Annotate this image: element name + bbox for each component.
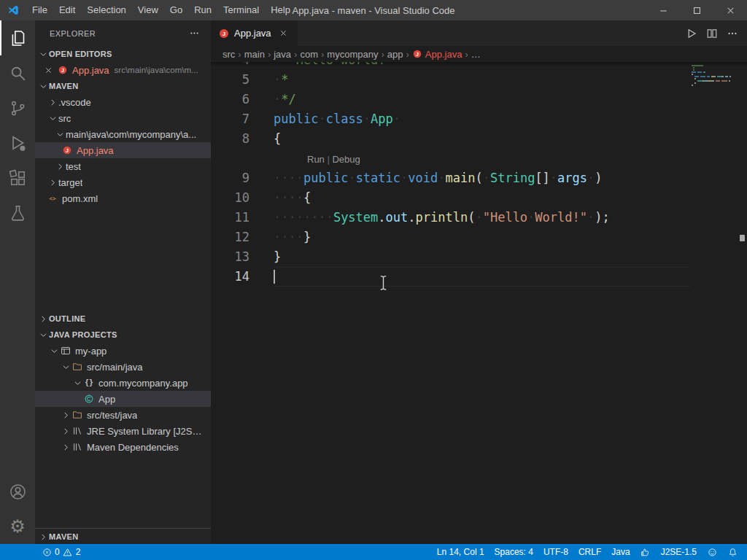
tree-item-maven-dependencies[interactable]: Maven Dependencies	[35, 439, 211, 455]
line-number[interactable]: 9	[211, 168, 249, 188]
section-rows: JApp.javasrc\main\java\com\m...	[35, 62, 211, 78]
tree-item-src-test-java[interactable]: src/test/java	[35, 407, 211, 423]
status-indentation[interactable]: Spaces: 4	[489, 544, 538, 560]
activity-search[interactable]	[0, 55, 35, 90]
split-editor-button[interactable]	[702, 20, 722, 46]
status-feedback[interactable]	[702, 544, 722, 560]
line-content[interactable]: * Hello world!	[274, 62, 690, 70]
line-number[interactable]: 12	[211, 228, 249, 247]
menu-run[interactable]: Run	[188, 0, 217, 20]
activity-explorer[interactable]	[0, 20, 35, 55]
breadcrumb-src[interactable]: src	[222, 49, 235, 60]
line-number[interactable]: 10	[211, 188, 249, 208]
breadcrumb-java[interactable]: java	[274, 49, 291, 60]
line-number[interactable]: 13	[211, 247, 249, 267]
menu-terminal[interactable]: Terminal	[217, 0, 265, 20]
tree-item-pom.xml[interactable]: <>pom.xml	[35, 190, 211, 206]
breadcrumb-app[interactable]: app	[387, 49, 403, 60]
code-token: ·	[393, 112, 400, 126]
section-header-outline[interactable]: OUTLINE	[35, 311, 211, 327]
status-cursor-position[interactable]: Ln 14, Col 1	[432, 544, 489, 560]
tree-item-test[interactable]: test	[35, 158, 211, 174]
chevron-down-icon	[37, 48, 49, 60]
close-button[interactable]	[713, 0, 747, 20]
line-content[interactable]: {	[274, 129, 690, 149]
breadcrumb-main[interactable]: main	[244, 49, 265, 60]
chevron-down-icon	[60, 361, 71, 373]
activity-extensions[interactable]	[0, 160, 35, 195]
status-notifications[interactable]	[722, 544, 743, 560]
code-editor[interactable]: 4 * Hello world!5·*6·*/7public·class·App…	[211, 62, 747, 544]
line-number[interactable]: 5	[211, 70, 249, 90]
close-editor-icon[interactable]	[42, 64, 54, 76]
menu-selection[interactable]: Selection	[81, 0, 131, 20]
status-encoding[interactable]: UTF-8	[538, 544, 573, 560]
line-content[interactable]: ·*	[274, 70, 690, 90]
activity-accounts[interactable]	[0, 474, 35, 509]
menu-help[interactable]: Help	[265, 0, 296, 20]
open-editor-app.java[interactable]: JApp.javasrc\main\java\com\m...	[35, 62, 211, 78]
tree-item-my-app[interactable]: my-app	[35, 343, 211, 359]
tree-item-app.java[interactable]: JApp.java	[35, 142, 211, 158]
status-problems[interactable]: 02	[36, 544, 85, 560]
views-and-more-actions[interactable]	[187, 27, 201, 40]
class-icon	[83, 393, 95, 405]
activity-run-and-debug[interactable]	[0, 125, 35, 160]
line-number[interactable]: 11	[211, 208, 249, 228]
menu-file[interactable]: File	[26, 0, 53, 20]
minimize-button[interactable]	[646, 0, 680, 20]
item-label: src/test/java	[87, 410, 137, 421]
menu-view[interactable]: View	[132, 0, 164, 20]
tree-item-com.mycompany.app[interactable]: {}com.mycompany.app	[35, 375, 211, 391]
menu-edit[interactable]: Edit	[53, 0, 81, 20]
status-end-of-line[interactable]: CRLF	[573, 544, 606, 560]
line-content[interactable]: public·class·App·	[274, 109, 690, 129]
breadcrumb-com[interactable]: com	[300, 49, 318, 60]
menu-go[interactable]: Go	[164, 0, 188, 20]
close-tab-icon[interactable]	[277, 27, 290, 40]
tree-item-src[interactable]: src	[35, 110, 211, 126]
line-content[interactable]: ····}	[274, 228, 690, 247]
status-jdk-version[interactable]: J2SE-1.5	[656, 544, 702, 560]
tree-item-target[interactable]: target	[35, 174, 211, 190]
codelens-debug-link[interactable]: Debug	[332, 154, 360, 165]
line-number[interactable]: 6	[211, 90, 249, 109]
line-number[interactable]: 4	[211, 62, 249, 70]
run-java-button[interactable]	[681, 20, 702, 46]
line-content[interactable]: ····public·static·void·main(·String[]·ar…	[274, 168, 690, 188]
breadcrumb-mycompany[interactable]: mycompany	[327, 49, 378, 60]
activity-testing[interactable]	[0, 195, 35, 230]
line-content[interactable]: }	[274, 247, 690, 267]
tab-app.java[interactable]: JApp.java	[211, 20, 298, 46]
line-number[interactable]: 14	[211, 267, 249, 287]
status-language-mode[interactable]: Java	[606, 544, 635, 560]
tree-item-src-main-java[interactable]: src/main/java	[35, 359, 211, 375]
codelens-run-link[interactable]: Run	[307, 154, 325, 165]
breadcrumb-[interactable]: …	[471, 49, 481, 60]
line-content[interactable]: ·*/	[274, 90, 690, 109]
tree-item-jre-system-library-j2se-1.5[interactable]: JRE System Library [J2SE-1.5]	[35, 423, 211, 439]
tree-item-app[interactable]: App	[35, 391, 211, 407]
minimap[interactable]	[692, 65, 737, 89]
item-label: pom.xml	[62, 193, 98, 204]
maximize-button[interactable]	[680, 0, 713, 20]
line-content[interactable]: ····{	[274, 188, 690, 208]
sidebar: EXPLORER OPEN EDITORSJApp.javasrc\main\j…	[35, 20, 211, 544]
tree-item-main-java-com-mycompany-a...[interactable]: main\java\com\mycompany\a...	[35, 126, 211, 142]
line-number[interactable]: 8	[211, 129, 249, 149]
status-text: Spaces: 4	[495, 547, 533, 557]
section-header-maven-panel[interactable]: MAVEN	[35, 529, 211, 544]
tree-item-.vscode[interactable]: .vscode	[35, 94, 211, 110]
line-content[interactable]: ········System.out.println(·"Hello·World…	[274, 208, 690, 228]
activity-settings[interactable]: ⚙	[0, 509, 35, 544]
section-header-open-editors[interactable]: OPEN EDITORS	[35, 46, 211, 62]
line-content[interactable]	[274, 267, 690, 287]
line-number[interactable]: 7	[211, 109, 249, 129]
activity-source-control[interactable]	[0, 90, 35, 125]
more-actions-button[interactable]	[722, 20, 743, 46]
breadcrumb-app.java[interactable]: JApp.java	[412, 49, 462, 60]
section-header-java-projects[interactable]: JAVA PROJECTS	[35, 327, 211, 343]
thumbsup-icon	[640, 547, 651, 557]
status-java-status[interactable]	[635, 544, 656, 560]
section-header-folder-maven[interactable]: MAVEN	[35, 78, 211, 94]
